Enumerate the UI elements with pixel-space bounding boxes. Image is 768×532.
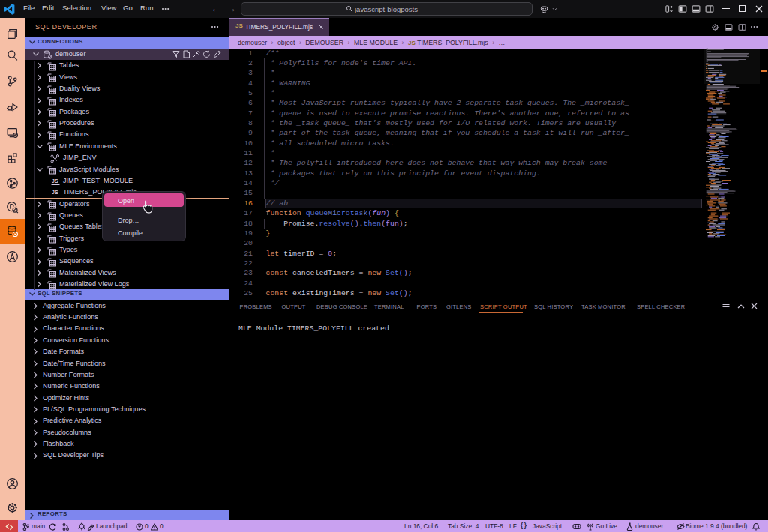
svg-text:JS: JS — [52, 178, 58, 184]
